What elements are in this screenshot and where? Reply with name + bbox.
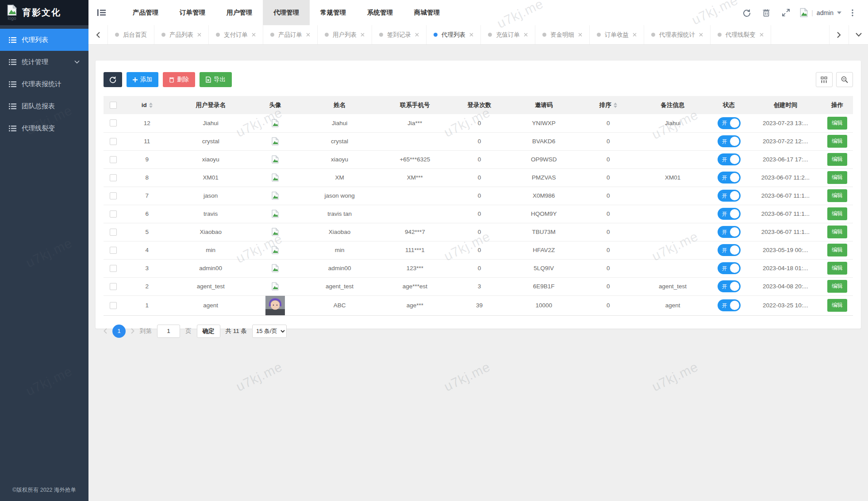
- edit-button[interactable]: 编辑: [827, 207, 847, 220]
- nav-item[interactable]: 常规管理: [310, 0, 357, 25]
- delete-button[interactable]: 删除: [163, 72, 195, 87]
- status-toggle[interactable]: 开: [718, 117, 741, 129]
- sidebar-item[interactable]: 代理线裂变: [0, 117, 88, 139]
- nav-item[interactable]: 用户管理: [216, 0, 263, 25]
- column-header[interactable]: 排序: [580, 96, 637, 114]
- tab[interactable]: 产品订单: [263, 25, 318, 44]
- tabs-menu-chevron-icon[interactable]: [849, 25, 868, 44]
- tab[interactable]: 充值订单: [481, 25, 535, 44]
- status-toggle[interactable]: 开: [718, 280, 741, 292]
- export-button[interactable]: 导出: [200, 72, 232, 87]
- column-header[interactable]: 登录次数: [450, 96, 508, 114]
- tab[interactable]: 代理列表: [426, 25, 481, 44]
- fullscreen-icon[interactable]: [776, 0, 795, 25]
- edit-button[interactable]: 编辑: [827, 189, 847, 202]
- column-header[interactable]: 操作: [822, 96, 853, 114]
- nav-item[interactable]: 代理管理: [263, 0, 310, 25]
- next-page-icon[interactable]: [131, 328, 134, 334]
- status-toggle[interactable]: 开: [718, 262, 741, 274]
- status-toggle[interactable]: 开: [718, 172, 741, 184]
- row-checkbox[interactable]: [110, 192, 117, 199]
- status-toggle[interactable]: 开: [718, 299, 741, 311]
- column-header[interactable]: 姓名: [300, 96, 380, 114]
- row-checkbox[interactable]: [110, 210, 117, 218]
- page-number[interactable]: 1: [112, 325, 126, 338]
- avatar-photo[interactable]: [265, 296, 285, 315]
- status-toggle[interactable]: 开: [718, 135, 741, 147]
- status-toggle[interactable]: 开: [718, 208, 741, 220]
- column-header[interactable]: 创建时间: [749, 96, 822, 114]
- tab[interactable]: 资金明细: [535, 25, 590, 44]
- select-all-checkbox[interactable]: [110, 102, 117, 109]
- add-button[interactable]: 添加: [127, 72, 158, 87]
- edit-button[interactable]: 编辑: [827, 280, 847, 293]
- sort-icon[interactable]: [614, 103, 617, 108]
- column-header[interactable]: 用户登录名: [171, 96, 250, 114]
- prev-page-icon[interactable]: [104, 328, 107, 334]
- sidebar-item[interactable]: 代理列表: [0, 29, 88, 51]
- tab[interactable]: 用户列表: [318, 25, 372, 44]
- status-toggle[interactable]: 开: [718, 153, 741, 165]
- tab-close-icon[interactable]: [524, 33, 528, 37]
- column-header[interactable]: id: [123, 96, 171, 114]
- edit-button[interactable]: 编辑: [827, 117, 847, 130]
- nav-item[interactable]: 订单管理: [169, 0, 216, 25]
- tab-close-icon[interactable]: [361, 33, 365, 37]
- tab[interactable]: 订单收益: [590, 25, 644, 44]
- status-toggle[interactable]: 开: [718, 244, 741, 256]
- row-checkbox[interactable]: [110, 302, 117, 309]
- tab-close-icon[interactable]: [252, 33, 256, 37]
- sidebar-item[interactable]: 团队总报表: [0, 95, 88, 117]
- search-icon[interactable]: [836, 72, 853, 87]
- column-header[interactable]: 联系手机号: [379, 96, 450, 114]
- edit-button[interactable]: 编辑: [827, 135, 847, 148]
- row-checkbox[interactable]: [110, 174, 117, 181]
- row-checkbox[interactable]: [110, 119, 117, 126]
- status-toggle[interactable]: 开: [718, 226, 741, 238]
- row-checkbox[interactable]: [110, 138, 117, 145]
- edit-button[interactable]: 编辑: [827, 244, 847, 256]
- tab-close-icon[interactable]: [197, 33, 201, 37]
- edit-button[interactable]: 编辑: [827, 226, 847, 238]
- row-checkbox[interactable]: [110, 265, 117, 272]
- tab-close-icon[interactable]: [760, 33, 764, 37]
- tab-close-icon[interactable]: [415, 33, 419, 37]
- tab[interactable]: 支付订单: [209, 25, 263, 44]
- tab[interactable]: 代理表报统计: [644, 25, 711, 44]
- tab-close-icon[interactable]: [578, 33, 582, 37]
- tab[interactable]: 产品列表: [154, 25, 209, 44]
- tab[interactable]: 签到记录: [372, 25, 426, 44]
- status-toggle[interactable]: 开: [718, 190, 741, 202]
- tab-close-icon[interactable]: [699, 33, 703, 37]
- row-checkbox[interactable]: [110, 283, 117, 290]
- row-checkbox[interactable]: [110, 247, 117, 254]
- trash-icon[interactable]: [757, 0, 776, 25]
- tabs-scroll-left-icon[interactable]: [88, 25, 108, 44]
- row-checkbox[interactable]: [110, 229, 117, 236]
- user-menu[interactable]: | admin: [800, 8, 841, 17]
- refresh-icon[interactable]: [737, 0, 757, 25]
- nav-item[interactable]: 系统管理: [357, 0, 403, 25]
- sort-icon[interactable]: [149, 103, 153, 108]
- goto-confirm-button[interactable]: 确定: [197, 325, 220, 338]
- edit-button[interactable]: 编辑: [827, 299, 847, 312]
- page-size-select[interactable]: 15 条/页: [252, 325, 287, 338]
- edit-button[interactable]: 编辑: [827, 153, 847, 166]
- column-header[interactable]: 邀请码: [508, 96, 580, 114]
- edit-button[interactable]: 编辑: [827, 171, 847, 184]
- tab[interactable]: 后台首页: [108, 25, 154, 44]
- more-vertical-icon[interactable]: [846, 0, 859, 25]
- tab[interactable]: 代理线裂变: [711, 25, 771, 44]
- nav-item[interactable]: 商城管理: [403, 0, 450, 25]
- column-header[interactable]: 备注信息: [637, 96, 708, 114]
- goto-page-input[interactable]: [157, 325, 180, 338]
- tab-close-icon[interactable]: [469, 33, 473, 37]
- row-checkbox[interactable]: [110, 156, 117, 163]
- sidebar-item[interactable]: 代理表报统计: [0, 73, 88, 95]
- nav-item[interactable]: 产品管理: [122, 0, 169, 25]
- tabs-scroll-right-icon[interactable]: [829, 25, 849, 44]
- edit-button[interactable]: 编辑: [827, 262, 847, 275]
- refresh-table-button[interactable]: [104, 72, 122, 87]
- column-filter-icon[interactable]: [816, 72, 833, 87]
- tab-close-icon[interactable]: [306, 33, 310, 37]
